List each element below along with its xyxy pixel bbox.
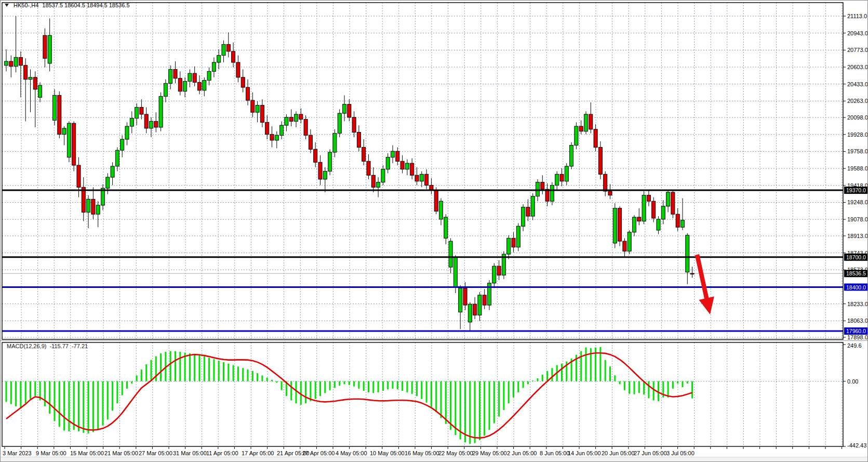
time-axis[interactable]: 3 Mar 20239 Mar 05:0015 Mar 05:0021 Mar … bbox=[3, 447, 842, 456]
svg-text:18063.0: 18063.0 bbox=[847, 318, 868, 324]
svg-text:22 May 05:00: 22 May 05:00 bbox=[438, 450, 473, 456]
macd-layer bbox=[6, 347, 693, 444]
svg-text:20098.0: 20098.0 bbox=[847, 114, 868, 121]
grid-layer bbox=[2, 3, 843, 446]
svg-text:19758.0: 19758.0 bbox=[847, 148, 868, 154]
svg-text:21113.0: 21113.0 bbox=[847, 13, 867, 19]
macd-value: -115.77 bbox=[49, 343, 69, 349]
svg-text:4 May 05:00: 4 May 05:00 bbox=[336, 450, 367, 456]
svg-text:8 Jun 05:00: 8 Jun 05:00 bbox=[540, 450, 570, 456]
svg-text:17 Apr 05:00: 17 Apr 05:00 bbox=[242, 450, 274, 456]
macd-signal-value: -77.21 bbox=[72, 343, 88, 349]
svg-text:18913.0: 18913.0 bbox=[847, 233, 868, 239]
symbol-timeframe-label: HK50-,H4 bbox=[14, 2, 38, 8]
svg-text:17898.0: 17898.0 bbox=[847, 334, 868, 340]
svg-text:20603.0: 20603.0 bbox=[847, 64, 868, 70]
macd-name: MACD(12,26,9) bbox=[7, 343, 46, 349]
svg-text:0.00: 0.00 bbox=[847, 378, 858, 385]
svg-text:9 Mar 05:00: 9 Mar 05:00 bbox=[36, 450, 66, 456]
symbol-dropdown-icon[interactable] bbox=[5, 4, 9, 7]
down-arrow-annotation bbox=[697, 255, 714, 314]
svg-text:19078.0: 19078.0 bbox=[847, 216, 868, 222]
svg-text:27 Mar 05:00: 27 Mar 05:00 bbox=[139, 450, 172, 456]
svg-text:19928.0: 19928.0 bbox=[847, 131, 868, 138]
svg-text:3 Mar 2023: 3 Mar 2023 bbox=[3, 450, 32, 456]
svg-text:27 Jun 05:00: 27 Jun 05:00 bbox=[634, 450, 667, 456]
svg-text:11 Apr 05:00: 11 Apr 05:00 bbox=[206, 450, 238, 456]
svg-text:21 Mar 05:00: 21 Mar 05:00 bbox=[104, 450, 138, 456]
chart-window: HK50-,H4 18537.5 18604.5 18494.5 18536.5… bbox=[0, 0, 868, 462]
svg-text:20 Jun 05:00: 20 Jun 05:00 bbox=[602, 450, 635, 456]
price-tags: 19370.018700.018400.017960.018536.5 bbox=[844, 187, 868, 335]
svg-text:15 Mar 05:00: 15 Mar 05:00 bbox=[70, 450, 104, 456]
window-bottom-strip bbox=[1, 457, 867, 461]
svg-text:19588.0: 19588.0 bbox=[847, 165, 868, 171]
ohlc-quote-label: 18537.5 18604.5 18494.5 18536.5 bbox=[42, 2, 129, 8]
svg-text:18700.0: 18700.0 bbox=[846, 254, 866, 260]
svg-text:31 Mar 05:00: 31 Mar 05:00 bbox=[173, 450, 207, 456]
svg-text:16 May 05:00: 16 May 05:00 bbox=[405, 450, 439, 456]
svg-text:2 Jun 05:00: 2 Jun 05:00 bbox=[507, 450, 537, 456]
svg-text:249.6: 249.6 bbox=[847, 342, 862, 349]
svg-text:14 Jun 05:00: 14 Jun 05:00 bbox=[568, 450, 601, 456]
svg-text:20943.0: 20943.0 bbox=[847, 30, 868, 36]
price-axis[interactable]: 21113.020943.020773.020603.020433.020263… bbox=[843, 13, 868, 340]
svg-text:3 Jul 05:00: 3 Jul 05:00 bbox=[666, 450, 695, 456]
svg-text:-442.43: -442.43 bbox=[847, 442, 866, 448]
chart-title: HK50-,H4 18537.5 18604.5 18494.5 18536.5 bbox=[5, 2, 130, 8]
svg-text:19248.0: 19248.0 bbox=[847, 199, 868, 205]
macd-indicator-label: MACD(12,26,9) -115.77 -77.21 bbox=[7, 343, 88, 349]
chart-svg[interactable]: 21113.020943.020773.020603.020433.020263… bbox=[1, 1, 868, 462]
svg-text:20773.0: 20773.0 bbox=[847, 47, 868, 53]
svg-text:27 Apr 05:00: 27 Apr 05:00 bbox=[302, 450, 335, 456]
candles-layer bbox=[5, 16, 695, 331]
svg-text:19370.0: 19370.0 bbox=[846, 187, 866, 193]
svg-text:20433.0: 20433.0 bbox=[847, 81, 868, 87]
plot-borders bbox=[1, 3, 868, 446]
hlines-layer bbox=[2, 190, 843, 331]
svg-text:18233.0: 18233.0 bbox=[847, 301, 868, 307]
svg-text:29 May 05:00: 29 May 05:00 bbox=[472, 450, 507, 456]
svg-text:17960.0: 17960.0 bbox=[846, 328, 866, 334]
svg-text:20263.0: 20263.0 bbox=[847, 98, 868, 104]
svg-text:18536.5: 18536.5 bbox=[846, 270, 866, 276]
svg-text:10 May 05:00: 10 May 05:00 bbox=[370, 450, 405, 456]
svg-text:18400.0: 18400.0 bbox=[846, 284, 866, 291]
macd-axis[interactable]: 249.60.00-442.43 bbox=[843, 342, 866, 448]
